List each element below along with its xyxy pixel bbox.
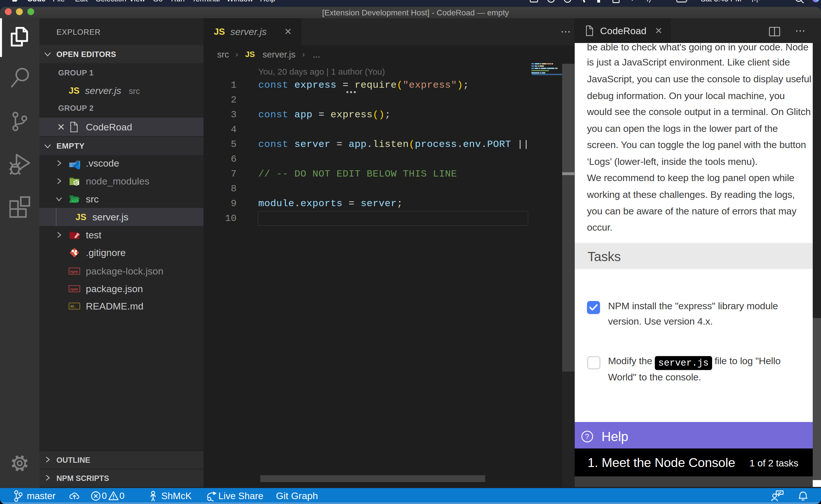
svg-text:JS: JS <box>75 181 79 185</box>
svg-text:?: ? <box>585 432 589 441</box>
svg-text:npm: npm <box>70 269 78 274</box>
svg-text:npm: npm <box>70 287 78 291</box>
svg-text:</>: </> <box>72 199 79 204</box>
svg-text:M↓: M↓ <box>70 304 76 309</box>
